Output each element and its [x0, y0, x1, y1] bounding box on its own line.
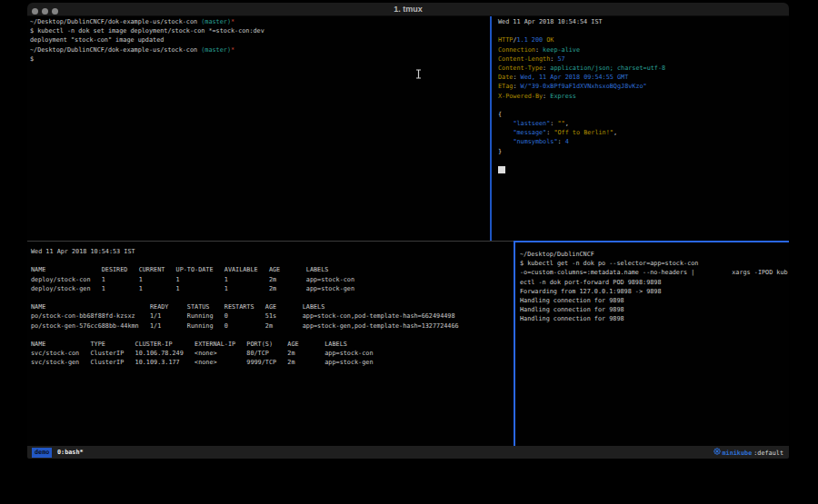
terminal-line: deploy/stock-con 1 1 1 1 2m app=stock-co… [31, 275, 517, 284]
pane-bottom-right-port-forward[interactable]: ~/Desktop/DublinCNCF$ kubectl get -n dok… [514, 241, 789, 453]
terminal-line: deployment "stock-con" image updated [30, 35, 493, 44]
terminal-line: svc/stock-con ClusterIP 10.106.78.249 <n… [31, 349, 517, 358]
kube-context: minikube [723, 447, 753, 460]
terminal-line: "numsymbols": 4 [498, 137, 789, 146]
terminal-line: po/stock-gen-576cc688bb-44kmn 1/1 Runnin… [31, 321, 517, 331]
terminal-line: po/stock-con-bb68f88fd-kzsxz 1/1 Running… [31, 311, 517, 321]
terminal-line: Connection: keep-alive [498, 45, 789, 54]
terminal-line [498, 26, 789, 35]
terminal-line: ~/Desktop/DublinCNCF [520, 250, 789, 259]
terminal-line [31, 331, 517, 340]
session-name-badge: demo [32, 448, 52, 458]
terminal-line: NAME TYPE CLUSTER-IP EXTERNAL-IP PORT(S)… [31, 340, 517, 349]
terminal-line: { [498, 110, 789, 119]
terminal-line: NAME DESIRED CURRENT UP-TO-DATE AVAILABL… [31, 265, 517, 274]
terminal-content: ~/Desktop/DublinCNCF/dok-example-us/stoc… [27, 16, 789, 446]
terminal-line: NAME READY STATUS RESTARTS AGE LABELS [31, 302, 517, 311]
terminal-line: $ kubectl get -n dok po --selector=app=s… [520, 259, 789, 268]
terminal-line: ~/Desktop/DublinCNCF/dok-example-us/stoc… [30, 17, 493, 26]
terminal-line: Content-Length: 57 [498, 54, 789, 64]
pane-divider-vertical[interactable] [490, 16, 492, 241]
terminal-line: ectl -n dok port-forward POD 9898:9898 [520, 278, 789, 287]
terminal-line: -o=custom-columns=:metadata.name --no-he… [520, 268, 789, 277]
mouse-cursor-ibeam [415, 65, 422, 75]
terminal-line: $ [30, 54, 493, 64]
terminal-line: "lastseen": "", [498, 119, 789, 128]
terminal-line: svc/stock-gen ClusterIP 10.109.3.177 <no… [31, 358, 517, 367]
terminal-line: Wed 11 Apr 2018 10:54:54 IST [498, 17, 789, 26]
terminal-line: ~/Desktop/DublinCNCF/dok-example-us/stoc… [30, 45, 493, 54]
terminal-line: Wed 11 Apr 2018 10:54:53 IST [31, 247, 517, 256]
terminal-line: Handling connection for 9898 [520, 296, 789, 305]
kubernetes-helm-icon [713, 447, 721, 459]
terminal-line: } [498, 147, 789, 156]
terminal-line: ETag: W/"39-0xBPf9aF1dXVNxhsxoBQgJ8vKzo" [498, 82, 789, 91]
desktop-background: 1. tmux ~/Desktop/DublinCNCF/dok-example… [0, 0, 818, 504]
terminal-line: Handling connection for 9898 [520, 314, 789, 323]
pane-top-right-http-response[interactable]: Wed 11 Apr 2018 10:54:54 ISTHTTP/1.1 200… [492, 16, 789, 242]
terminal-line: Forwarding from 127.0.0.1:9898 -> 9898 [520, 287, 789, 296]
window-title: 1. tmux [27, 5, 789, 14]
terminal-line [498, 156, 789, 165]
terminal-line: Handling connection for 9898 [520, 305, 789, 314]
terminal-line: "message": "Off to Berlin!", [498, 128, 789, 137]
terminal-line: Content-Type: application/json; charset=… [498, 64, 789, 73]
pane-bottom-left-kubectl-get[interactable]: Wed 11 Apr 2018 10:54:53 ISTNAME DESIRED… [27, 242, 517, 451]
terminal-line: deploy/stock-gen 1 1 1 1 2m app=stock-ge… [31, 284, 517, 293]
pane-divider-horizontal[interactable] [27, 241, 514, 242]
kube-namespace: :default [753, 447, 783, 460]
terminal-window: 1. tmux ~/Desktop/DublinCNCF/dok-example… [27, 3, 789, 459]
terminal-line [31, 293, 517, 302]
terminal-line [31, 256, 517, 265]
status-right-segment: minikube:default [713, 446, 784, 459]
terminal-line: Date: Wed, 11 Apr 2018 09:54:55 GMT [498, 73, 789, 82]
tmux-status-bar: demo 0:bash* minikube:default [27, 446, 789, 459]
pane-top-left-shell[interactable]: ~/Desktop/DublinCNCF/dok-example-us/stoc… [27, 16, 493, 242]
window-titlebar[interactable]: 1. tmux [27, 3, 789, 16]
terminal-line [498, 165, 789, 174]
terminal-line [498, 101, 789, 110]
terminal-line: $ kubectl -n dok set image deployment/st… [30, 26, 493, 35]
terminal-line: HTTP/1.1 200 OK [498, 35, 789, 44]
terminal-line: X-Powered-By: Express [498, 92, 789, 101]
tmux-window-label[interactable]: 0:bash* [57, 446, 84, 459]
